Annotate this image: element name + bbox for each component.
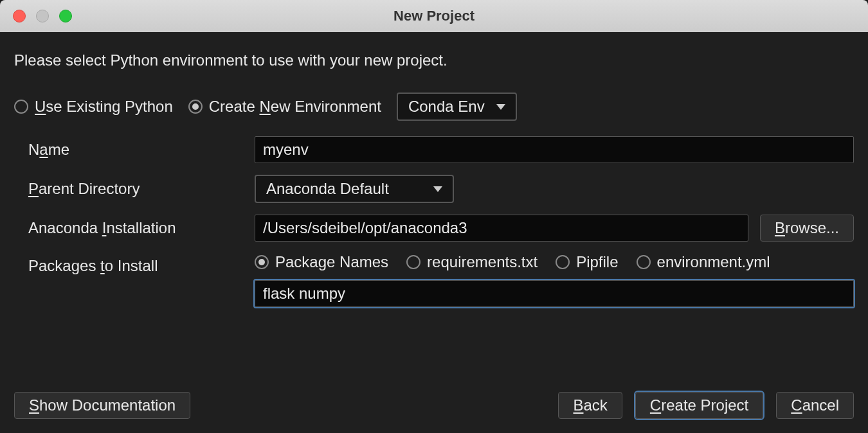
close-icon[interactable] bbox=[13, 10, 26, 22]
dialog-content: Please select Python environment to use … bbox=[0, 32, 868, 433]
env-yml-label: environment.yml bbox=[657, 253, 770, 271]
use-existing-label: Use Existing Python bbox=[35, 98, 173, 116]
requirements-radio[interactable]: requirements.txt bbox=[406, 253, 538, 271]
form-grid: Name Parent Directory Anaconda Default A… bbox=[28, 136, 854, 307]
requirements-label: requirements.txt bbox=[427, 253, 538, 271]
show-docs-button[interactable]: Show Documentation bbox=[14, 392, 190, 419]
create-new-label: Create New Environment bbox=[209, 98, 381, 116]
instruction-text: Please select Python environment to use … bbox=[14, 51, 854, 69]
pipfile-label: Pipfile bbox=[576, 253, 618, 271]
parent-dir-label: Parent Directory bbox=[28, 180, 247, 198]
use-existing-radio[interactable]: Use Existing Python bbox=[14, 98, 173, 116]
radio-icon bbox=[637, 255, 651, 269]
env-type-dropdown[interactable]: Conda Env bbox=[397, 93, 517, 121]
create-project-button[interactable]: Create Project bbox=[635, 392, 763, 419]
back-button[interactable]: Back bbox=[558, 392, 622, 419]
maximize-icon[interactable] bbox=[59, 10, 72, 22]
titlebar: New Project bbox=[0, 0, 868, 32]
radio-icon bbox=[14, 100, 28, 114]
anaconda-install-input[interactable] bbox=[255, 215, 748, 242]
env-yml-radio[interactable]: environment.yml bbox=[637, 253, 770, 271]
name-input[interactable] bbox=[255, 136, 854, 163]
pipfile-radio[interactable]: Pipfile bbox=[556, 253, 618, 271]
radio-icon bbox=[188, 100, 203, 114]
cancel-button[interactable]: Cancel bbox=[776, 392, 854, 419]
parent-dir-value: Anaconda Default bbox=[266, 180, 389, 198]
packages-input[interactable] bbox=[255, 280, 854, 307]
window-title: New Project bbox=[0, 8, 868, 24]
packages-label: Packages to Install bbox=[28, 253, 247, 275]
browse-button[interactable]: Browse... bbox=[760, 215, 854, 242]
env-choice-row: Use Existing Python Create New Environme… bbox=[14, 93, 854, 121]
env-type-value: Conda Env bbox=[408, 98, 485, 116]
minimize-icon[interactable] bbox=[36, 10, 49, 22]
window-controls bbox=[13, 10, 72, 22]
chevron-down-icon bbox=[496, 104, 505, 110]
radio-icon bbox=[406, 255, 420, 269]
package-source-radios: Package Names requirements.txt Pipfile e… bbox=[255, 253, 854, 271]
pkg-names-radio[interactable]: Package Names bbox=[255, 253, 388, 271]
radio-icon bbox=[556, 255, 570, 269]
parent-dir-dropdown[interactable]: Anaconda Default bbox=[255, 175, 454, 203]
pkg-names-label: Package Names bbox=[275, 253, 388, 271]
footer: Show Documentation Back Create Project C… bbox=[14, 392, 854, 419]
name-label: Name bbox=[28, 141, 247, 159]
radio-icon bbox=[255, 255, 269, 269]
anaconda-install-label: Anaconda Installation bbox=[28, 219, 247, 237]
create-new-radio[interactable]: Create New Environment bbox=[188, 98, 381, 116]
chevron-down-icon bbox=[433, 186, 442, 192]
